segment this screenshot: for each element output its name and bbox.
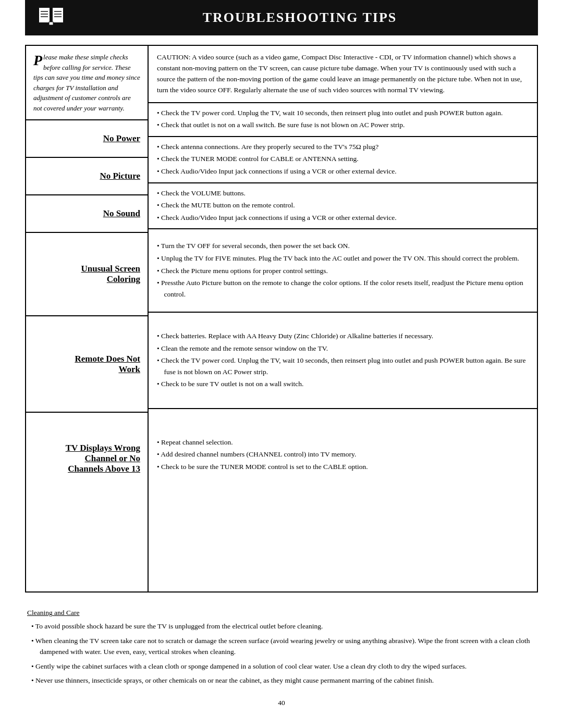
tips-no-picture: Check antenna connections. Are they prop… <box>149 137 537 183</box>
tv-displays-line3: Channels Above 13 <box>68 464 140 474</box>
cleaning-list: To avoid possible shock hazard be sure t… <box>27 621 536 686</box>
no-sound-tips-list: Check the VOLUME buttons. Check the MUTE… <box>157 188 529 225</box>
list-item: Clean the remote and the remote sensor w… <box>157 343 529 354</box>
list-item: Check the MUTE button on the remote cont… <box>157 200 529 211</box>
svg-rect-12 <box>49 22 53 25</box>
list-item: Check Audio/Video Input jack connections… <box>157 166 529 177</box>
list-item: Check batteries. Replace with AA Heavy D… <box>157 330 529 342</box>
page: Troubleshooting Tips P lease make these … <box>0 0 563 728</box>
page-number: 40 <box>25 699 538 707</box>
no-picture-label: No Picture <box>100 171 140 181</box>
no-sound-label: No Sound <box>103 208 140 219</box>
tips-tv-displays: Repeat channel selection. Add desired ch… <box>149 409 537 500</box>
main-content: P lease make these simple checks before … <box>25 45 538 593</box>
list-item: Never use thinners, insecticide sprays, … <box>31 675 536 686</box>
list-item: Check to be sure TV outlet is not on a w… <box>157 378 529 390</box>
tips-unusual-screen: Turn the TV OFF for several seconds, the… <box>149 229 537 313</box>
list-item: Turn the TV OFF for several seconds, the… <box>157 240 529 252</box>
cleaning-section: Cleaning and Care To avoid possible shoc… <box>25 607 538 689</box>
section-label-no-sound: No Sound <box>26 195 148 233</box>
right-column: CAUTION: A video source (such as a video… <box>149 46 537 591</box>
header: Troubleshooting Tips <box>25 0 538 35</box>
list-item: Add desired channel numbers (CHANNEL con… <box>157 449 529 460</box>
tv-displays-line1: TV Displays Wrong <box>66 443 140 453</box>
tv-displays-line2: Channel or No <box>85 453 140 464</box>
left-column: P lease make these simple checks before … <box>26 46 149 591</box>
section-label-unusual-screen: Unusual Screen Coloring <box>26 233 148 316</box>
list-item: Gently wipe the cabinet surfaces with a … <box>31 661 536 672</box>
tips-no-power: Check the TV power cord. Unplug the TV, … <box>149 103 537 137</box>
list-item: To avoid possible shock hazard be sure t… <box>31 621 536 632</box>
no-power-tips-list: Check the TV power cord. Unplug the TV, … <box>157 107 529 132</box>
section-label-remote: Remote Does Not Work <box>26 316 148 413</box>
no-power-label: No Power <box>103 133 140 144</box>
list-item: Check Audio/Video Input jack connections… <box>157 212 529 224</box>
svg-rect-0 <box>39 7 50 23</box>
tips-no-sound: Check the VOLUME buttons. Check the MUTE… <box>149 183 537 230</box>
no-picture-tips-list: Check antenna connections. Are they prop… <box>157 141 529 178</box>
drop-cap: P <box>33 53 42 68</box>
section-label-no-power: No Power <box>26 120 148 158</box>
list-item: Check the TV power cord. Unplug the TV, … <box>157 355 529 377</box>
tv-displays-tips-list: Repeat channel selection. Add desired ch… <box>157 437 529 474</box>
tips-remote: Check batteries. Replace with AA Heavy D… <box>149 313 537 409</box>
section-label-tv-displays: TV Displays Wrong Channel or No Channels… <box>26 413 148 504</box>
list-item: Check the TV power cord. Unplug the TV, … <box>157 107 529 119</box>
unusual-screen-tips-list: Turn the TV OFF for several seconds, the… <box>157 240 529 301</box>
remote-line2: Work <box>118 364 140 375</box>
list-item: Check the VOLUME buttons. <box>157 188 529 199</box>
intro-text: lease make these simple checks before ca… <box>33 53 140 112</box>
list-item: Check to be sure the TUNER MODE control … <box>157 461 529 473</box>
section-label-no-picture: No Picture <box>26 158 148 195</box>
remote-line1: Remote Does Not <box>75 354 140 364</box>
book-icon <box>38 5 65 30</box>
remote-tips-list: Check batteries. Replace with AA Heavy D… <box>157 330 529 391</box>
svg-rect-1 <box>52 7 64 23</box>
cleaning-title: Cleaning and Care <box>27 607 536 619</box>
list-item: Check the TUNER MODE control for CABLE o… <box>157 153 529 165</box>
unusual-screen-line2: Coloring <box>107 274 140 285</box>
caution-text: CAUTION: A video source (such as a video… <box>157 53 522 94</box>
list-item: Pressthe Auto Picture button on the remo… <box>157 277 529 300</box>
unusual-screen-line1: Unusual Screen <box>81 264 140 274</box>
list-item: Check the Picture menu options for prope… <box>157 265 529 277</box>
list-item: Check antenna connections. Are they prop… <box>157 141 529 153</box>
list-item: Repeat channel selection. <box>157 437 529 448</box>
list-item: Unplug the TV for FIVE minutes. Plug the… <box>157 253 529 264</box>
page-title: Troubleshooting Tips <box>74 10 525 26</box>
list-item: Check that outlet is not on a wall switc… <box>157 119 529 131</box>
intro-box: P lease make these simple checks before … <box>26 46 148 120</box>
caution-box: CAUTION: A video source (such as a video… <box>149 46 537 103</box>
list-item: When cleaning the TV screen take care no… <box>31 635 536 658</box>
